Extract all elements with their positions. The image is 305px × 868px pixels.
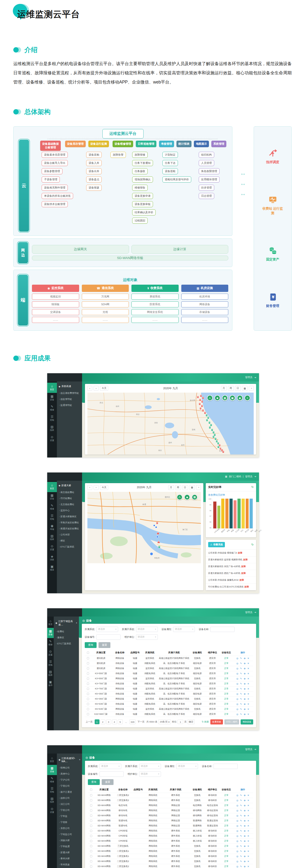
edit-icon[interactable]: ✎ (240, 662, 242, 665)
edit-icon[interactable]: ✎ (240, 799, 242, 802)
nav-item[interactable]: 监控中心 (57, 507, 82, 514)
edit-icon[interactable]: ✎ (240, 804, 242, 807)
alarm-row[interactable]: 苏通大桥服务区-东区广场-42杆机故障 (206, 563, 256, 570)
nav-item[interactable]: 联网公司 (57, 765, 82, 771)
filter-input[interactable] (96, 634, 121, 640)
delete-icon[interactable]: ✕ (247, 825, 249, 827)
tool-icon[interactable]: ⊕ (244, 682, 246, 685)
view-icon[interactable]: ◎ (236, 692, 238, 695)
tool-icon[interactable]: ⊕ (244, 865, 246, 868)
nav-item[interactable]: ETC门架系统 (54, 641, 79, 647)
station-building-marker[interactable] (200, 395, 202, 397)
delete-icon[interactable]: ✕ (247, 698, 249, 700)
rail-item-设备[interactable]: ▦设备 (47, 765, 57, 775)
nav-item[interactable]: 北主线收费站 (57, 501, 82, 507)
table-row[interactable]: SD-WAN网络二层交换机1网络系统硬件系统交换机移动科技正常◎✎⊕✕ (88, 849, 253, 854)
view-icon[interactable]: ◎ (236, 672, 238, 675)
nav-item[interactable]: 宁常盐 (57, 813, 82, 819)
rail-item-设置[interactable]: ⊙设置 (47, 806, 57, 816)
logout-icon[interactable]: ⇥ (254, 475, 256, 478)
row-checkbox[interactable] (87, 693, 89, 695)
nav-item[interactable]: 泰州大桥 (57, 856, 82, 862)
row-checkbox[interactable] (87, 708, 89, 710)
tool-icon[interactable]: ⊕ (244, 830, 246, 832)
table-row[interactable]: K5+530门架网络设备锐捷监控系统高速公路监控计算机网络子系统交换机西安所正常… (85, 707, 253, 712)
map-tool-button[interactable]: ☻ (214, 395, 220, 401)
nav-item[interactable]: 苏通大桥服务区 (57, 514, 82, 520)
edit-icon[interactable]: ✎ (240, 794, 242, 797)
delete-icon[interactable]: ✕ (247, 703, 249, 705)
row-checkbox[interactable] (90, 860, 92, 862)
view-icon[interactable]: ◎ (236, 860, 238, 863)
row-checkbox[interactable] (90, 845, 92, 847)
table-row[interactable]: SD-WAN网络二层交换机2网络系统硬件系统交换机移动科技正常◎✎⊕✕ (88, 864, 253, 868)
tool-icon[interactable]: ⊕ (244, 677, 246, 680)
view-icon[interactable]: ◎ (236, 703, 238, 705)
row-checkbox[interactable] (90, 855, 92, 857)
station-building-marker[interactable] (211, 429, 213, 431)
nav-item[interactable]: 扬子江通道 (57, 789, 82, 795)
tool-icon[interactable]: ⊕ (244, 698, 246, 700)
view-month-button[interactable]: 月 (221, 386, 227, 391)
view-icon[interactable]: ◎ (236, 845, 238, 847)
view-icon[interactable]: ◎ (236, 682, 238, 685)
rail-item-首页[interactable]: ⌂首页 (47, 755, 57, 765)
table-row[interactable]: 通讯机房网络设备锐捷监控系统高速公路监控计算机网络子系统交换机西安所正常◎✎⊕✕ (85, 666, 253, 671)
table-row[interactable]: K5+350门架供电设备锐捷供配电系统高、低压供配电子系统稳压电源西安所正常◎✎… (85, 691, 253, 696)
view-icon[interactable]: ◎ (236, 809, 238, 812)
map-tool-button[interactable]: ▦ (222, 395, 228, 401)
批量报修-button[interactable]: 批量报修 (210, 719, 223, 724)
station-building-marker[interactable] (215, 438, 216, 440)
view-icon[interactable]: ◎ (236, 865, 238, 868)
page-button-4[interactable]: 4 (112, 719, 117, 724)
refresh-icon[interactable]: ↻ (251, 543, 254, 546)
nav-item[interactable]: 收费站 (54, 629, 79, 635)
rail-item-维修[interactable]: ✎维修 (47, 638, 54, 648)
delete-icon[interactable]: ✕ (247, 682, 249, 685)
tool-icon[interactable]: ⊕ (244, 667, 246, 670)
edit-icon[interactable]: ✎ (240, 677, 242, 680)
map-tool-button[interactable]: ☻ (184, 494, 190, 500)
delete-icon[interactable]: ✕ (247, 804, 249, 807)
logout-icon[interactable]: ⇥ (254, 611, 256, 614)
delete-icon[interactable]: ✕ (247, 865, 249, 868)
view-icon[interactable]: ◎ (236, 814, 238, 817)
delete-icon[interactable]: ✕ (247, 845, 249, 847)
view-icon[interactable]: ◎ (236, 687, 238, 690)
rail-item-设备[interactable]: ▦设备 (47, 393, 57, 403)
station-building-marker[interactable] (214, 434, 216, 436)
table-row[interactable]: K5+350门架网络设备锐捷监控系统高速公路监控计算机网络子系统交换机西安所正常… (85, 696, 253, 702)
nav-item[interactable]: 宁宿徐 (57, 819, 82, 826)
position-marker[interactable] (153, 525, 155, 526)
station-building-marker[interactable] (213, 431, 214, 433)
rail-item-设置[interactable]: ⊙设置 (47, 648, 54, 658)
select-all-checkbox[interactable] (87, 652, 89, 654)
filter-input[interactable] (214, 764, 238, 769)
station-building-marker[interactable] (199, 403, 201, 405)
edit-icon[interactable]: ✎ (240, 865, 242, 868)
edit-icon[interactable]: ✎ (240, 708, 242, 710)
table-row[interactable]: SD-WAN网络CPE终端网络系统硬件系统接入终端移动科技正常◎✎⊕✕ (88, 829, 253, 834)
view-day-button[interactable]: 日 (182, 485, 188, 490)
row-checkbox[interactable] (87, 688, 89, 690)
station-building-marker[interactable] (206, 419, 208, 421)
edit-icon[interactable]: ✎ (240, 667, 242, 670)
page-size-select[interactable]: 20条/页▾ (158, 719, 171, 724)
row-checkbox[interactable] (87, 698, 89, 700)
table-row[interactable]: K3+550门架供电设备锐捷供配电系统高、低压供配电子系统稳压电源西安所正常◎✎… (85, 671, 253, 676)
view-week-button[interactable]: 周 (175, 485, 181, 490)
page-button-下一页[interactable]: 下一页 (136, 719, 146, 724)
today-button[interactable]: 今天 (100, 386, 108, 391)
delete-icon[interactable]: ✕ (247, 662, 249, 665)
logout-icon[interactable]: ⇥ (254, 376, 256, 379)
map-tool-button[interactable]: ◉ (237, 395, 243, 401)
today-button[interactable]: 今天 (100, 485, 108, 490)
table-row[interactable]: SD-WAN网络二层交换机2网络系统硬件系统交换机移动科技正常◎✎⊕✕ (88, 793, 253, 798)
nav-root[interactable]: ◈ 江苏宁靖盐高速… + (54, 618, 79, 629)
view-icon[interactable]: ◎ (236, 819, 238, 822)
tool-icon[interactable]: ⊕ (244, 687, 246, 690)
filter-select[interactable]: 请选择▾ (176, 764, 198, 769)
table-row[interactable]: K22+660门架供电设备锐捷供配电系统高、低压供配电子系统稳压电源西安所正常◎… (85, 712, 253, 717)
tool-icon[interactable]: ⊕ (244, 850, 246, 852)
nav-item[interactable]: 连云港收费管理处 (57, 390, 82, 396)
